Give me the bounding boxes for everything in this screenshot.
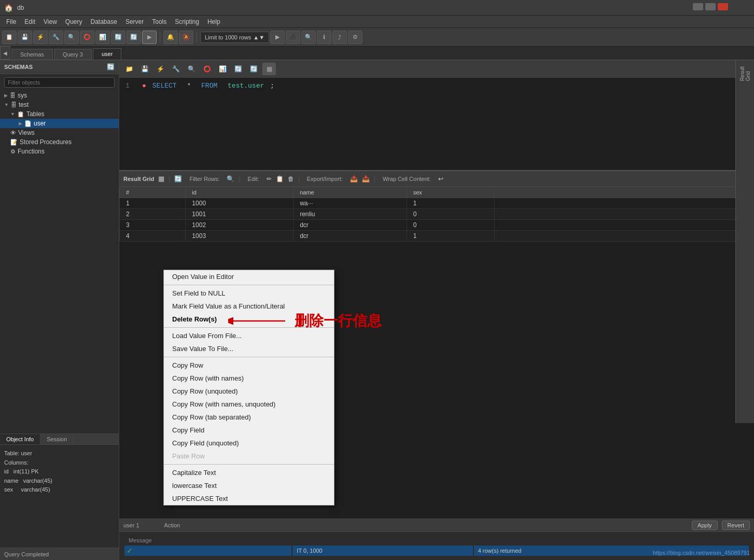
ctx-copy-row-tab[interactable]: Copy Row (tab separated) xyxy=(164,411,334,424)
close-btn[interactable] xyxy=(718,3,728,10)
tree-icon-views: 👁 xyxy=(10,130,16,136)
cell-row3-extra xyxy=(495,220,754,231)
toolbar-export[interactable]: ⤴ xyxy=(332,31,347,44)
toolbar-btn-5[interactable]: 🔍 xyxy=(64,31,79,44)
result-grid-label: Result Grid xyxy=(123,176,154,182)
toolbar-stop[interactable]: ⬛ xyxy=(286,31,300,44)
obj-tab-session[interactable]: Session xyxy=(40,434,74,444)
col-header-num: # xyxy=(120,187,186,198)
tab-query3[interactable]: Query 3 xyxy=(54,49,92,60)
toolbar-settings[interactable]: ⚙ xyxy=(348,31,362,44)
menu-help[interactable]: Help xyxy=(203,17,225,26)
result-toolbar: Result Grid ▦ | 🔄 Filter Rows: 🔍 | Edit:… xyxy=(119,171,754,187)
line-dot-1: ● xyxy=(142,82,146,90)
toolbar-execute[interactable]: ▶ xyxy=(270,31,285,44)
sql-btn-refresh1[interactable]: 🔄 xyxy=(231,63,245,75)
wrap-icon[interactable]: ↩ xyxy=(438,175,443,183)
toolbar-separator xyxy=(160,32,160,43)
toolbar-search[interactable]: 🔍 xyxy=(301,31,316,44)
tree-tables[interactable]: ▼ 📋 Tables xyxy=(0,109,119,119)
tree-views[interactable]: 👁 Views xyxy=(0,128,119,137)
toolbar-btn-12: 🔕 xyxy=(179,31,193,44)
result-sep3: | xyxy=(298,175,300,183)
limit-selector[interactable]: Limit to 1000 rows ▲▼ xyxy=(200,32,269,43)
table-row[interactable]: 1 1000 wa··· 1 xyxy=(120,198,754,209)
toolbar-btn-4[interactable]: 🔧 xyxy=(49,31,63,44)
ctx-set-null[interactable]: Set Field to NULL xyxy=(164,287,334,300)
tab-user[interactable]: user xyxy=(93,48,121,60)
tree-user-table[interactable]: ▶ 📄 user xyxy=(0,119,119,128)
ctx-save-value[interactable]: Save Value To File... xyxy=(164,342,334,355)
sql-btn-refresh2[interactable]: 🔄 xyxy=(247,63,260,75)
ctx-copy-field[interactable]: Copy Field xyxy=(164,424,334,437)
ctx-copy-field-unquoted[interactable]: Copy Field (unquoted) xyxy=(164,437,334,450)
sql-editor[interactable]: 1 ● SELECT * FROM test.user ; xyxy=(119,78,754,171)
cell-row2-extra xyxy=(495,209,754,220)
ctx-copy-row-unquoted[interactable]: Copy Row (unquoted) xyxy=(164,385,334,398)
tab-schemas[interactable]: Schemas xyxy=(11,49,53,60)
toolbar-info[interactable]: ℹ xyxy=(317,31,331,44)
export-icon-2[interactable]: 📥 xyxy=(362,175,370,183)
sql-btn-circle[interactable]: ⭕ xyxy=(200,63,214,75)
toolbar-btn-8[interactable]: 🔄 xyxy=(111,31,125,44)
toolbar-btn-3[interactable]: ⚡ xyxy=(33,31,48,44)
tree-functions[interactable]: ⚙ Functions xyxy=(0,147,119,156)
sql-btn-explain[interactable]: 🔧 xyxy=(169,63,183,75)
filter-search-icon[interactable]: 🔍 xyxy=(227,175,234,183)
toolbar-btn-10[interactable]: ▶ xyxy=(142,31,157,44)
menu-view[interactable]: View xyxy=(39,17,61,26)
revert-button[interactable]: Revert xyxy=(722,521,750,530)
table-row[interactable]: 3 1002 dcr 0 xyxy=(120,220,754,231)
ctx-load-value[interactable]: Load Value From File... xyxy=(164,329,334,342)
obj-tab-info[interactable]: Object Info xyxy=(0,434,40,444)
sidebar-refresh-icon[interactable]: 🔄 xyxy=(107,63,115,71)
sql-btn-grid[interactable]: ▦ xyxy=(262,63,276,75)
edit-icon-2[interactable]: 📋 xyxy=(276,175,284,183)
toolbar-btn-6[interactable]: ⭕ xyxy=(80,31,94,44)
toolbar-btn-2[interactable]: 💾 xyxy=(18,31,32,44)
table-row[interactable]: 4 1003 dcr 1 xyxy=(120,231,754,242)
columns-label: Columns: xyxy=(4,458,115,468)
tree-label-views: Views xyxy=(18,129,35,136)
tree-arrow-sys: ▶ xyxy=(4,93,8,98)
sql-btn-find[interactable]: 🔍 xyxy=(185,63,198,75)
edit-icon-1[interactable]: ✏ xyxy=(267,175,272,183)
menu-database[interactable]: Database xyxy=(87,17,121,26)
tree-test[interactable]: ▼ 🗄 test xyxy=(0,100,119,109)
menu-edit[interactable]: Edit xyxy=(20,17,39,26)
table-row[interactable]: 2 1001 renliu 0 xyxy=(120,209,754,220)
toolbar-btn-7[interactable]: 📊 xyxy=(95,31,110,44)
minimize-btn[interactable] xyxy=(693,3,703,10)
toolbar-btn-1[interactable]: 📋 xyxy=(2,31,17,44)
edit-icon-3[interactable]: 🗑 xyxy=(288,175,294,183)
ctx-copy-row-names[interactable]: Copy Row (with names) xyxy=(164,372,334,385)
ctx-copy-row-names-unquoted[interactable]: Copy Row (with names, unquoted) xyxy=(164,398,334,411)
maximize-btn[interactable] xyxy=(705,3,716,10)
limit-label: Limit to 1000 rows xyxy=(205,34,251,40)
sql-line-1: 1 ● SELECT * FROM test.user ; xyxy=(125,82,748,90)
tab-prev-btn[interactable]: ◀ xyxy=(0,46,10,60)
ctx-capitalize[interactable]: Capitalize Text xyxy=(164,466,334,479)
sql-btn-open[interactable]: 📁 xyxy=(122,63,136,75)
export-icon-1[interactable]: 📤 xyxy=(350,175,358,183)
menu-scripting[interactable]: Scripting xyxy=(171,17,203,26)
ctx-open-value[interactable]: Open Value in Editor xyxy=(164,270,334,283)
tree-label-user: user xyxy=(34,120,46,127)
ctx-lowercase[interactable]: lowercase Text xyxy=(164,479,334,492)
apply-button[interactable]: Apply xyxy=(692,521,718,530)
filter-objects-input[interactable] xyxy=(4,77,115,88)
menu-tools[interactable]: Tools xyxy=(148,17,171,26)
menu-server[interactable]: Server xyxy=(121,17,148,26)
annotation: 删除一行信息 xyxy=(228,311,382,331)
toolbar-btn-9[interactable]: 🔄 xyxy=(127,31,141,44)
sql-btn-data[interactable]: 📊 xyxy=(216,63,229,75)
tree-sys[interactable]: ▶ 🗄 sys xyxy=(0,91,119,100)
ctx-copy-row[interactable]: Copy Row xyxy=(164,359,334,372)
tree-stored-proc[interactable]: 📝 Stored Procedures xyxy=(0,137,119,147)
ctx-uppercase[interactable]: UPPERCASE Text xyxy=(164,492,334,505)
sql-btn-save[interactable]: 💾 xyxy=(138,63,151,75)
sql-btn-run[interactable]: ⚡ xyxy=(153,63,167,75)
col-id: id int(11) PK xyxy=(4,467,115,477)
menu-query[interactable]: Query xyxy=(61,17,87,26)
menu-file[interactable]: File xyxy=(2,17,20,26)
